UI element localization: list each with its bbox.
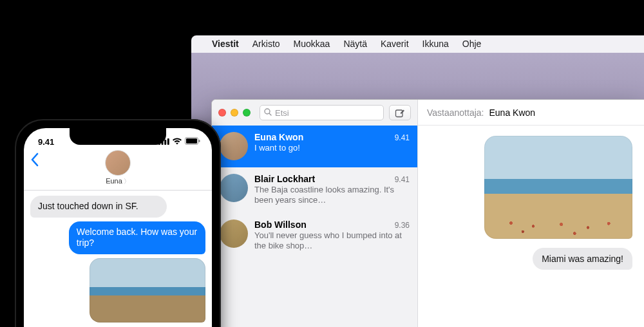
menubar-item-kaverit[interactable]: Kaverit (381, 39, 409, 49)
svg-rect-5 (186, 138, 197, 144)
search-icon (264, 108, 272, 118)
close-window-button[interactable] (218, 109, 226, 117)
status-time: 9.41 (38, 137, 54, 147)
menubar-item-muokkaa[interactable]: Muokkaa (294, 39, 330, 49)
conversation-header: Euna〉 (24, 150, 212, 191)
message-incoming[interactable]: Just touched down in SF. (30, 196, 167, 218)
window-controls (218, 109, 251, 117)
svg-rect-3 (167, 138, 169, 145)
svg-line-8 (269, 113, 271, 115)
menubar-item-nayta[interactable]: Näytä (343, 39, 367, 49)
to-label: Vastaanottaja: (427, 107, 484, 118)
contact-name-row[interactable]: Euna〉 (24, 177, 212, 186)
conversation-preview: I want to go! (254, 143, 410, 153)
conversation-preview: The Baja coastline looks amazing. It's b… (254, 185, 410, 206)
to-field-bar: Vastaanottaja: Euna Kwon (418, 100, 644, 126)
conversation-name: Euna Kwon (254, 132, 303, 142)
iphone-screen: 9.41 Euna〉 Just touch (24, 128, 212, 327)
search-input[interactable]: Etsi (260, 105, 384, 120)
conversation-time: 9.36 (395, 221, 410, 230)
conversation-item[interactable]: Bob Willson 9.36 You'll never guess who … (212, 213, 417, 259)
search-placeholder: Etsi (275, 108, 289, 118)
avatar (220, 174, 248, 202)
conversation-sidebar: Etsi Euna Kwon 9.41 I want to go! (212, 100, 418, 327)
avatar (220, 220, 248, 248)
message-incoming[interactable]: Miami was amazing! (533, 248, 632, 270)
message-photo-outgoing[interactable] (90, 258, 205, 322)
mac-desktop: Viestit Arkisto Muokkaa Näytä Kaverit Ik… (187, 35, 644, 327)
message-thread: Miami was amazing! (418, 126, 644, 327)
svg-rect-2 (164, 140, 166, 145)
conversation-pane: Vastaanottaja: Euna Kwon Miami was amazi… (418, 100, 644, 327)
menubar-item-ikkuna[interactable]: Ikkuna (422, 39, 449, 49)
compose-button[interactable] (389, 105, 411, 120)
conversation-time: 9.41 (395, 133, 410, 142)
conversation-list: Euna Kwon 9.41 I want to go! Blair Lockh… (212, 126, 417, 327)
iphone-device: 9.41 Euna〉 Just touch (15, 119, 221, 327)
menubar-app-name[interactable]: Viestit (212, 39, 239, 49)
minimize-window-button[interactable] (231, 109, 238, 117)
message-outgoing[interactable]: Welcome back. How was your trip? (69, 221, 205, 254)
chevron-right-icon: 〉 (122, 178, 130, 185)
conversation-item[interactable]: Blair Lockhart 9.41 The Baja coastline l… (212, 167, 417, 213)
message-photo-outgoing[interactable] (484, 136, 632, 239)
battery-icon (185, 137, 200, 147)
conversation-time: 9.41 (395, 175, 410, 184)
messages-window: Etsi Euna Kwon 9.41 I want to go! (211, 99, 644, 327)
svg-rect-6 (199, 140, 200, 142)
back-button[interactable] (30, 153, 39, 171)
contact-avatar[interactable] (105, 150, 131, 176)
conversation-name: Blair Lockhart (254, 174, 315, 184)
menubar-item-arkisto[interactable]: Arkisto (252, 39, 280, 49)
zoom-window-button[interactable] (243, 109, 251, 117)
conversation-item[interactable]: Euna Kwon 9.41 I want to go! (212, 126, 417, 167)
conversation-name: Bob Willson (254, 220, 307, 230)
iphone-notch (70, 128, 166, 145)
contact-name: Euna (106, 177, 122, 185)
to-recipient[interactable]: Euna Kwon (489, 107, 535, 118)
sidebar-toolbar: Etsi (212, 100, 417, 126)
conversation-preview: You'll never guess who I bumped into at … (254, 230, 410, 252)
menubar-item-ohje[interactable]: Ohje (462, 39, 482, 49)
mac-menubar: Viestit Arkisto Muokkaa Näytä Kaverit Ik… (187, 35, 644, 53)
avatar (220, 132, 248, 160)
iphone-conversation-body: Just touched down in SF. Welcome back. H… (24, 191, 212, 327)
wifi-icon (172, 137, 182, 147)
